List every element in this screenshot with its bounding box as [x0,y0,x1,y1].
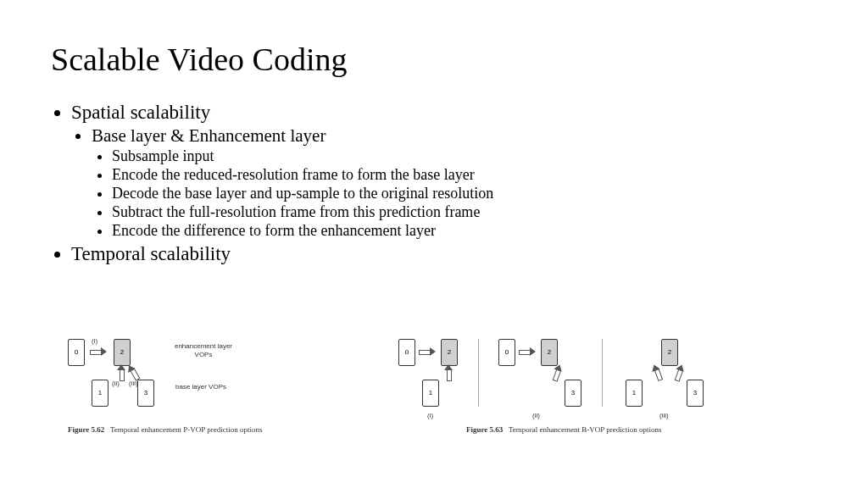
marker-iii: (iii) [659,412,669,419]
slide-title: Scalable Video Coding [51,41,817,78]
bullet-subsample: Subsample input [112,147,817,165]
bullet-text: Base layer & Enhancement layer [92,125,326,146]
marker-i: (i) [427,412,433,419]
arrow-right-icon [90,347,107,356]
bullet-spatial: Spatial scalability Base layer & Enhance… [71,102,817,240]
bullet-subtract: Subtract the full-resolution frame from … [112,203,817,221]
divider [602,339,603,407]
panel-2: 2 [441,339,458,366]
panel-0: 0 [398,339,415,366]
arrow-up-icon [650,363,664,382]
bullet-encode-base: Encode the reduced-resolution frame to f… [112,166,817,184]
panel-0: 0 [68,339,85,366]
marker-ii: (ii) [532,412,540,419]
caption-number: Figure 5.63 [466,425,503,434]
arrow-right-icon [419,347,436,356]
bullet-decode: Decode the base layer and up-sample to t… [112,185,817,202]
bullet-text: Spatial scalability [71,102,210,123]
panel-1: 1 [92,380,108,407]
bullet-base-enh: Base layer & Enhancement layer Subsample… [92,125,817,240]
bullet-temporal: Temporal scalability [71,243,817,265]
arrow-up-icon [444,364,453,381]
marker-i: (i) [92,337,97,345]
marker-iii: (iii) [129,380,138,387]
figure-5-63: 0 2 1 (i) 0 2 3 (ii) 2 1 3 (iii) Figure … [398,339,805,449]
figure-caption: Figure 5.63 Temporal enhancement B-VOP p… [466,425,661,434]
panel-3: 3 [565,380,581,407]
figure-5-62: 0 (i) 2 enhancement layer VOPs 1 (ii) 3 … [68,339,348,449]
label-enh: enhancement layer VOPs [170,342,237,359]
panel-3: 3 [137,380,154,407]
panel-0: 0 [498,339,515,366]
panel-2: 2 [114,339,131,366]
panel-1: 1 [422,380,439,407]
arrow-up-icon [550,363,564,382]
panel-3: 3 [687,380,704,407]
label-base: base layer VOPs [171,383,231,391]
arrow-up-icon [672,363,686,382]
panel-2: 2 [541,339,558,366]
marker-ii: (ii) [112,380,120,387]
caption-number: Figure 5.62 [68,425,104,434]
divider [478,339,479,407]
caption-text: Temporal enhancement P-VOP prediction op… [110,425,263,434]
panel-2: 2 [661,339,678,366]
bullet-encode-diff: Encode the difference to form the enhanc… [112,222,817,240]
panel-1: 1 [626,380,643,407]
figure-caption: Figure 5.62 Temporal enhancement P-VOP p… [68,425,262,434]
caption-text: Temporal enhancement B-VOP prediction op… [509,425,662,434]
arrow-right-icon [519,347,536,356]
